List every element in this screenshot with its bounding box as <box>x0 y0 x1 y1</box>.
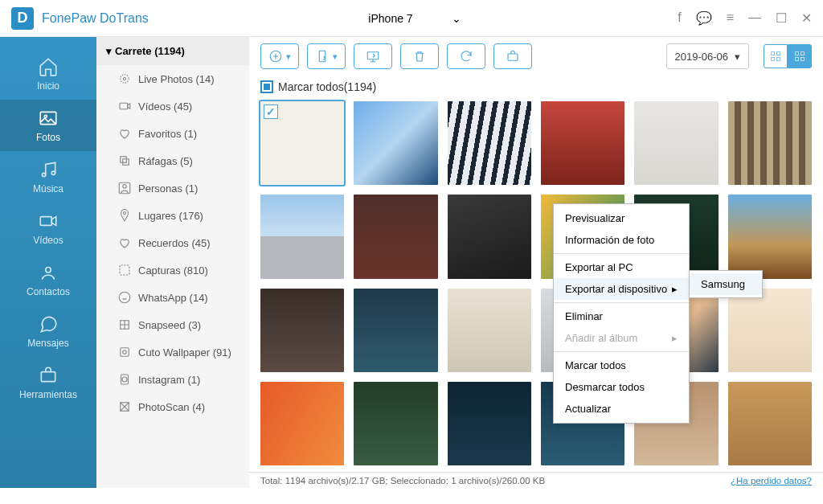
svg-point-14 <box>124 212 126 215</box>
category-item[interactable]: Snapseed (3) <box>96 311 249 338</box>
sidebar-item-label: Herramientas <box>19 389 77 400</box>
photo-thumb[interactable] <box>260 382 344 465</box>
category-panel: ▾ Carrete (1194) Live Photos (14)Vídeos … <box>96 37 249 488</box>
select-all-checkbox[interactable] <box>260 80 273 93</box>
photo-thumb[interactable] <box>448 382 531 465</box>
ctx-preview[interactable]: Previsualizar <box>554 207 689 229</box>
photo-thumb[interactable] <box>541 101 624 185</box>
toolbox-button[interactable] <box>493 43 532 69</box>
context-submenu: Samsung <box>689 270 763 298</box>
add-button[interactable]: ▾ <box>260 43 299 69</box>
ctx-sub-device[interactable]: Samsung <box>690 273 762 295</box>
svg-rect-31 <box>796 52 799 55</box>
app-logo: D <box>11 7 34 30</box>
select-all-row[interactable]: Marcar todos(1194) <box>249 76 823 98</box>
category-item[interactable]: Instagram (1) <box>96 366 249 393</box>
menu-icon[interactable]: ≡ <box>727 10 734 26</box>
category-item[interactable]: Capturas (810) <box>96 256 249 284</box>
grid-small-button[interactable] <box>764 44 788 68</box>
chevron-down-icon: ▾ <box>106 45 112 57</box>
ctx-export-pc[interactable]: Exportar al PC <box>554 256 689 278</box>
ctx-delete[interactable]: Eliminar <box>554 305 689 327</box>
sidebar-item-messages[interactable]: Mensajes <box>0 305 96 357</box>
photo-thumb[interactable] <box>728 195 812 278</box>
thumb-checkbox[interactable] <box>264 104 278 119</box>
photo-thumb[interactable] <box>634 101 718 185</box>
svg-rect-9 <box>120 103 128 109</box>
sidebar-item-label: Música <box>33 183 63 195</box>
photo-thumb[interactable] <box>448 289 531 372</box>
category-item[interactable]: Recuerdos (45) <box>96 229 249 256</box>
photo-thumb[interactable] <box>354 289 437 372</box>
view-toggle <box>764 44 812 68</box>
sidebar-item-tools[interactable]: Herramientas <box>0 357 96 408</box>
close-button[interactable]: ✕ <box>801 10 812 26</box>
share-icon[interactable]: f <box>678 10 681 26</box>
svg-rect-34 <box>800 57 804 60</box>
delete-button[interactable] <box>400 43 439 69</box>
category-item[interactable]: Vídeos (45) <box>96 92 249 120</box>
ctx-select-all[interactable]: Marcar todos <box>554 354 689 376</box>
svg-rect-28 <box>776 52 780 55</box>
photo-thumb[interactable] <box>260 289 344 372</box>
chevron-right-icon: ▸ <box>672 332 678 344</box>
ctx-refresh[interactable]: Actualizar <box>554 398 689 420</box>
chevron-down-icon: ⌄ <box>452 12 461 25</box>
photo-thumb[interactable] <box>728 289 812 372</box>
photo-thumb[interactable] <box>354 195 437 278</box>
photo-thumb[interactable] <box>354 101 437 185</box>
sidebar-item-photos[interactable]: Fotos <box>0 100 96 151</box>
refresh-button[interactable] <box>447 43 485 69</box>
export-phone-button[interactable]: ▾ <box>307 43 346 69</box>
category-header-label: Carrete (1194) <box>115 45 185 57</box>
category-icon <box>117 345 132 359</box>
category-item[interactable]: Lugares (176) <box>96 202 249 229</box>
minimize-button[interactable]: ― <box>748 10 761 26</box>
photo-thumb[interactable] <box>260 195 344 278</box>
photo-thumb[interactable] <box>448 101 531 185</box>
category-header[interactable]: ▾ Carrete (1194) <box>96 37 249 65</box>
category-item[interactable]: Personas (1) <box>96 174 249 202</box>
date-filter[interactable]: 2019-06-06 ▾ <box>666 43 750 69</box>
photo-thumb[interactable] <box>728 101 812 185</box>
category-item[interactable]: Favoritos (1) <box>96 120 249 147</box>
sidebar-item-music[interactable]: Música <box>0 151 96 203</box>
category-item[interactable]: WhatsApp (14) <box>96 284 249 311</box>
feedback-icon[interactable]: 💬 <box>696 10 712 26</box>
category-icon <box>117 154 132 168</box>
context-menu: Previsualizar Información de foto Export… <box>553 203 690 424</box>
svg-rect-30 <box>776 57 780 60</box>
svg-point-21 <box>122 377 127 382</box>
device-selector[interactable]: iPhone 7 ⌄ <box>362 12 461 25</box>
category-item[interactable]: Ráfagas (5) <box>96 147 249 174</box>
toolbox-icon <box>0 365 96 386</box>
category-item[interactable]: Cuto Wallpaper (91) <box>96 338 249 366</box>
sidebar-item-videos[interactable]: Vídeos <box>0 203 96 254</box>
photo-thumb[interactable] <box>448 195 531 278</box>
ctx-deselect-all[interactable]: Desmarcar todos <box>554 376 689 398</box>
photo-thumb[interactable] <box>354 382 437 465</box>
category-icon <box>117 72 132 86</box>
svg-rect-27 <box>772 52 775 55</box>
category-item[interactable]: PhotoScan (4) <box>96 393 249 420</box>
titlebar: D FonePaw DoTrans iPhone 7 ⌄ f 💬 ≡ ― ☐ ✕ <box>0 0 823 37</box>
ctx-add-album: Añadir al álbum▸ <box>554 327 689 349</box>
lost-data-link[interactable]: ¿Ha perdido datos? <box>731 476 812 486</box>
category-icon <box>117 126 132 141</box>
sidebar-item-home[interactable]: Inicio <box>0 48 96 100</box>
category-item[interactable]: Live Photos (14) <box>96 65 249 92</box>
grid-large-button[interactable] <box>788 44 812 68</box>
contacts-icon <box>0 262 96 283</box>
maximize-button[interactable]: ☐ <box>776 10 787 26</box>
photo-thumb[interactable] <box>260 101 344 185</box>
sidebar-item-contacts[interactable]: Contactos <box>0 254 96 305</box>
ctx-export-device[interactable]: Exportar al dispositivo▸ <box>554 278 689 300</box>
category-label: WhatsApp (14) <box>138 292 208 304</box>
export-pc-button[interactable] <box>354 43 392 69</box>
status-text: Total: 1194 archivo(s)/2.17 GB; Seleccio… <box>260 476 545 486</box>
photo-thumb[interactable] <box>728 382 812 465</box>
ctx-info[interactable]: Información de foto <box>554 229 689 251</box>
category-icon <box>117 263 132 277</box>
category-label: Instagram (1) <box>138 374 200 386</box>
window-controls: f 💬 ≡ ― ☐ ✕ <box>678 10 812 26</box>
